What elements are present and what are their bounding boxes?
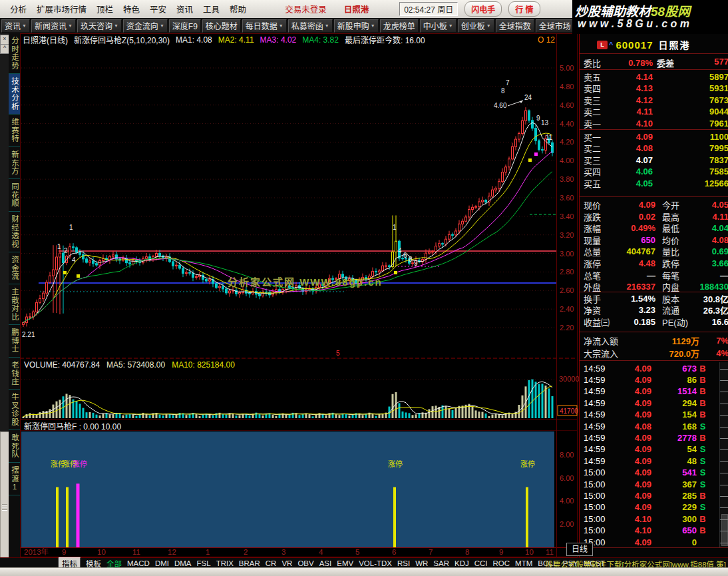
menu-item[interactable]: 帮助 — [230, 3, 246, 15]
tab-VOL-TDX[interactable]: VOL-TDX — [359, 559, 392, 567]
tab-WR[interactable]: WR — [415, 559, 428, 567]
sidebar-item-主散对比[interactable]: 主散对比 — [9, 284, 20, 325]
transaction-row[interactable]: 15:004.09367S— — [580, 478, 728, 490]
tab-SAR[interactable]: SAR — [433, 559, 449, 567]
menu-item[interactable]: 顶栏 — [96, 3, 113, 15]
toolbar-button[interactable]: 私募密函▼ — [288, 19, 333, 33]
info-row[interactable]: 换手1.54%股本30.8亿 — [580, 292, 728, 304]
chart-canvas[interactable]: 5.004.804.604.404.204.003.803.603.403.20… — [20, 33, 579, 557]
close-icon[interactable]: × — [0, 35, 9, 45]
tab-DMI[interactable]: DMI — [155, 559, 169, 567]
tab-DMA[interactable]: DMA — [174, 559, 192, 567]
weibi-row[interactable]: 委比0.78%委差577 — [580, 57, 728, 69]
toolbar-button[interactable]: 资讯▼ — [1, 19, 30, 33]
menu-item[interactable]: 工具 — [203, 3, 220, 15]
tab-OBV[interactable]: OBV — [297, 559, 313, 567]
info-row[interactable]: 涨幅0.49%最低4.04 — [580, 222, 728, 234]
info-row[interactable]: 收益㈢0.185PE(动)16.6 — [580, 316, 728, 328]
info-row[interactable]: 净资3.23流通26.3亿 — [580, 304, 728, 316]
tab-MACD[interactable]: MACD — [127, 559, 150, 567]
transaction-row[interactable]: 15:004.10650B— — [580, 525, 728, 537]
info-row[interactable]: 现量650均价4.08 — [580, 234, 728, 246]
menu-item[interactable]: 特色 — [123, 3, 140, 15]
tab-MTM[interactable]: MTM — [515, 559, 532, 567]
bid-row[interactable]: 买一4.091100 — [580, 131, 728, 143]
transaction-row[interactable]: 14:594.091514B— — [580, 386, 728, 398]
transaction-row[interactable]: 14:594.08168S— — [580, 420, 728, 432]
sidebar-item-分时走势[interactable]: 分时走势 — [9, 33, 20, 74]
toolbar-button[interactable]: 全球指数 — [496, 19, 534, 33]
flow-row[interactable]: 净流入额1129万7% — [580, 334, 728, 346]
bid-row[interactable]: 买五4.0512566 — [580, 177, 728, 189]
ask-row[interactable]: 卖四4.135931 — [580, 82, 728, 94]
toolbar-button[interactable]: 新股申购▼ — [334, 19, 379, 33]
sidebar-item-资金流[interactable]: 资金流 — [9, 252, 20, 285]
sidebar-item-技术分析[interactable]: 技术分析 — [9, 74, 20, 115]
menu-item[interactable]: 资讯 — [176, 3, 193, 15]
tab-BRAR[interactable]: BRAR — [239, 559, 260, 567]
transaction-row[interactable]: 14:594.0986B— — [580, 374, 728, 386]
menu-item[interactable]: 平安 — [150, 3, 166, 15]
tab-KDJ[interactable]: KDJ — [455, 559, 469, 567]
transaction-row[interactable]: 14:594.09673B— — [580, 362, 728, 374]
sidebar-item-老钱庄[interactable]: 老钱庄 — [9, 358, 20, 390]
transaction-row[interactable]: 15:004.09229S— — [580, 501, 728, 513]
toolbar-button[interactable]: 资金流向▼ — [123, 19, 168, 33]
stock-name[interactable]: 日照港 — [659, 38, 691, 51]
transaction-row[interactable]: 15:004.10300B— — [580, 513, 728, 525]
sidebar-item-财经透视[interactable]: 财经透视 — [9, 212, 20, 252]
tab-FSL[interactable]: FSL — [197, 559, 211, 567]
toolbar-button[interactable]: 核心题材 — [202, 19, 241, 33]
toolbar-button[interactable]: 深度F9 — [169, 19, 201, 33]
sidebar-item-维赛特[interactable]: 维赛特 — [9, 115, 20, 147]
bid-row[interactable]: 买二4.087995 — [580, 142, 728, 154]
transaction-row[interactable]: 15:004.09541S— — [580, 467, 728, 479]
tab-ASI[interactable]: ASI — [319, 559, 332, 567]
ask-row[interactable]: 卖二4.119044 — [580, 105, 728, 117]
sidebar-item-新东方[interactable]: 新东方 — [9, 147, 20, 180]
transaction-row[interactable]: 15:004.09285B— — [580, 489, 728, 501]
tab-ROC[interactable]: ROC — [493, 559, 510, 567]
menu-item[interactable]: 分析 — [10, 3, 27, 15]
sidebar-item-摆渡1[interactable]: 摆渡1 — [9, 463, 20, 495]
sidebar-item-鹏博士[interactable]: 鹏博士 — [9, 325, 20, 358]
left-scroll-strip[interactable] — [0, 432, 9, 569]
tab-RSI[interactable]: RSI — [397, 559, 410, 567]
menu-item[interactable]: 扩展市场行情 — [37, 3, 87, 15]
ask-row[interactable]: 卖三4.127673 — [580, 94, 728, 106]
toolbar-button[interactable]: 龙虎榜单 — [380, 19, 419, 33]
info-row[interactable]: 外盘216337内盘188430 — [580, 280, 728, 292]
info-row[interactable]: 总笔—每笔— — [580, 269, 728, 281]
toolbar-button[interactable]: 玖天咨询▼ — [77, 19, 122, 33]
sidebar-item-牛叉诊股[interactable]: 牛叉诊股 — [9, 390, 20, 430]
transaction-row[interactable]: 14:594.09294B— — [580, 397, 728, 409]
sidebar-item-同花顺[interactable]: 同花顺 — [9, 179, 20, 212]
tab-CR[interactable]: CR — [266, 559, 277, 567]
tab-CCI[interactable]: CCI — [474, 559, 488, 567]
scroll-up-icon[interactable]: ^ — [0, 44, 9, 54]
stock-code[interactable]: 600017 — [616, 39, 653, 51]
info-row[interactable]: 总量404767量比0.69 — [580, 245, 728, 257]
info-row[interactable]: 现价4.09今开4.05 — [580, 198, 728, 210]
info-row[interactable]: 涨跌0.02最高4.11 — [580, 210, 728, 222]
tab-VR[interactable]: VR — [281, 559, 292, 567]
toolbar-button[interactable]: 中小板▼ — [420, 19, 456, 33]
trade-login-status[interactable]: 交易未登录 — [285, 3, 327, 15]
flow-row[interactable]: 大宗流入720.0万4% — [580, 347, 728, 359]
flash-trade-button[interactable]: 闪电手 — [464, 1, 502, 17]
ask-row[interactable]: 卖五4.145897 — [580, 71, 728, 83]
period-label[interactable]: 日线 — [566, 543, 593, 556]
transaction-row[interactable]: 14:594.09154B— — [580, 409, 728, 421]
ask-row[interactable]: 卖一4.107961 — [580, 117, 728, 129]
transaction-row[interactable]: 14:594.092778B— — [580, 432, 728, 443]
transaction-row[interactable]: 15:004.090— — [580, 536, 728, 548]
bid-row[interactable]: 买四4.067585 — [580, 165, 728, 177]
sidebar-item-敢死队[interactable]: 敢死队 — [9, 430, 20, 463]
toolbar-button[interactable]: 创业板▼ — [458, 19, 494, 33]
toolbar-button[interactable]: 新闻资讯▼ — [31, 19, 76, 33]
quotes-button[interactable]: 行 情 — [508, 1, 540, 17]
transaction-row[interactable]: 14:594.0948S— — [580, 455, 728, 467]
tab-EMV[interactable]: EMV — [337, 559, 353, 567]
toolbar-button[interactable]: 全球市场 — [536, 19, 574, 33]
toolbar-button[interactable]: 每日数据▼ — [242, 19, 287, 33]
